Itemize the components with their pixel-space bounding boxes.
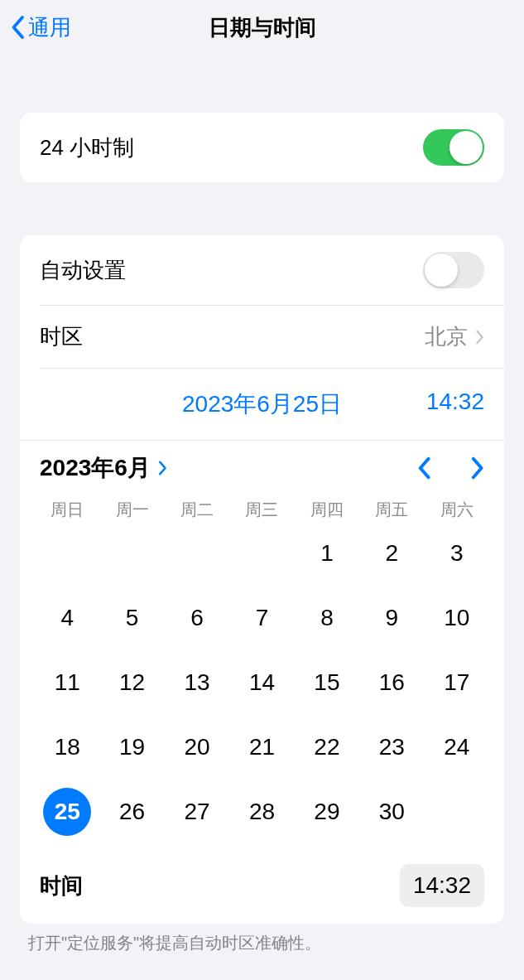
chevron-right-icon	[474, 330, 484, 345]
month-picker-button[interactable]: 2023年6月	[40, 452, 167, 484]
calendar-day[interactable]: 30	[359, 780, 424, 844]
selected-datetime-row: 2023年6月25日 14:32	[20, 369, 504, 440]
page-title: 日期与时间	[0, 13, 524, 42]
weekday-header: 周五	[359, 499, 424, 521]
calendar-day[interactable]: 13	[165, 650, 229, 715]
weekday-header: 周二	[165, 499, 229, 521]
back-label: 通用	[28, 13, 71, 42]
back-button[interactable]: 通用	[10, 13, 71, 42]
calendar-day[interactable]: 25	[35, 780, 99, 844]
calendar-day[interactable]: 14	[229, 650, 294, 715]
chevron-left-icon	[10, 15, 25, 40]
calendar-day[interactable]: 22	[295, 715, 359, 780]
calendar-day[interactable]: 23	[359, 715, 424, 780]
calendar-day[interactable]: 15	[295, 650, 359, 715]
auto-set-row: 自动设置	[20, 235, 504, 305]
selected-date[interactable]: 2023年6月25日	[151, 389, 373, 420]
calendar-day[interactable]: 17	[425, 650, 489, 715]
calendar-day[interactable]: 2	[359, 521, 424, 586]
calendar-day[interactable]: 21	[229, 715, 294, 780]
weekday-header: 周六	[425, 499, 489, 521]
calendar-day[interactable]: 29	[295, 780, 359, 844]
calendar-day[interactable]: 16	[359, 650, 424, 715]
calendar-day[interactable]: 1	[295, 521, 359, 586]
next-month-button[interactable]	[469, 456, 484, 480]
timezone-label: 时区	[40, 322, 83, 351]
calendar-day[interactable]: 8	[295, 586, 359, 650]
calendar-day[interactable]: 27	[165, 780, 229, 844]
calendar-day[interactable]: 19	[99, 715, 164, 780]
chevron-right-icon	[157, 461, 167, 476]
hour24-row: 24 小时制	[20, 113, 504, 182]
selected-time[interactable]: 14:32	[373, 389, 484, 420]
hour24-label: 24 小时制	[40, 133, 134, 162]
auto-set-toggle[interactable]	[423, 252, 484, 288]
timezone-value: 北京	[425, 322, 468, 351]
time-label: 时间	[40, 871, 83, 900]
weekday-header: 周日	[35, 499, 99, 521]
calendar-day[interactable]: 7	[229, 586, 294, 650]
calendar-day[interactable]: 10	[425, 586, 489, 650]
calendar-day[interactable]: 26	[99, 780, 164, 844]
prev-month-button[interactable]	[416, 456, 431, 480]
calendar-day[interactable]: 24	[425, 715, 489, 780]
calendar-day[interactable]: 20	[165, 715, 229, 780]
hour24-toggle[interactable]	[423, 129, 484, 166]
calendar-day[interactable]: 28	[229, 780, 294, 844]
weekday-header: 周一	[99, 499, 164, 521]
calendar-day[interactable]: 4	[35, 586, 99, 650]
calendar-day[interactable]: 18	[35, 715, 99, 780]
calendar-day[interactable]: 11	[35, 650, 99, 715]
footer-hint: 打开"定位服务"将提高自动时区准确性。	[28, 932, 496, 954]
calendar-day[interactable]: 3	[425, 521, 489, 586]
weekday-header: 周四	[295, 499, 359, 521]
calendar-day[interactable]: 9	[359, 586, 424, 650]
month-label: 2023年6月	[40, 452, 151, 484]
calendar-day[interactable]: 12	[99, 650, 164, 715]
weekday-header: 周三	[229, 499, 294, 521]
auto-set-label: 自动设置	[40, 256, 126, 285]
calendar-day[interactable]: 5	[99, 586, 164, 650]
time-picker-button[interactable]: 14:32	[400, 864, 484, 907]
calendar-day[interactable]: 6	[165, 586, 229, 650]
timezone-row[interactable]: 时区 北京	[20, 306, 504, 368]
